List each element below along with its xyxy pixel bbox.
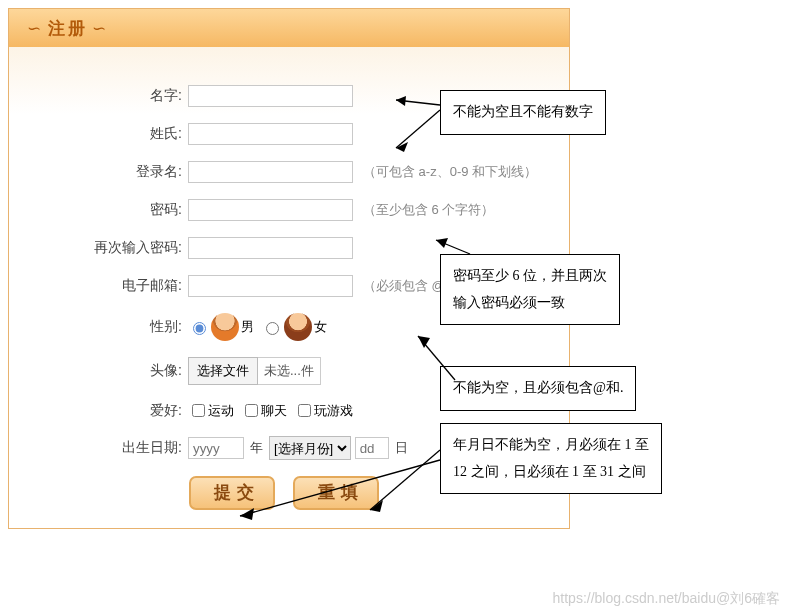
name-label: 名字 xyxy=(150,87,178,103)
surname-input[interactable] xyxy=(188,123,353,145)
note-password-l1: 密码至少 6 位，并且两次 xyxy=(453,263,607,290)
avatar-female-icon xyxy=(284,313,312,341)
hobby-sport-checkbox[interactable] xyxy=(192,404,205,417)
tilde-icon: ∽ xyxy=(23,18,48,39)
watermark: https://blog.csdn.net/baidu@刘6確客 xyxy=(553,590,780,608)
note-dob-l1: 年月日不能为空，月必须在 1 至 xyxy=(453,432,649,459)
hobby-label: 爱好 xyxy=(150,402,178,418)
row-password: 密码: （至少包含 6 个字符） xyxy=(27,199,551,221)
note-dob: 年月日不能为空，月必须在 1 至 12 之间，日必须在 1 至 31 之间 xyxy=(440,423,662,494)
hobby-chat-checkbox[interactable] xyxy=(245,404,258,417)
hobby-sport-label: 运动 xyxy=(208,402,234,420)
gender-male-label: 男 xyxy=(241,318,254,336)
day-input[interactable] xyxy=(355,437,389,459)
avatar-male-icon xyxy=(211,313,239,341)
submit-button[interactable]: 提交 xyxy=(189,476,275,510)
email-label: 电子邮箱 xyxy=(122,277,178,293)
file-choose-button[interactable]: 选择文件 xyxy=(188,357,258,385)
gender-male-radio[interactable] xyxy=(193,322,206,335)
password2-input[interactable] xyxy=(188,237,353,259)
password2-label: 再次输入密码 xyxy=(94,239,178,255)
row-login: 登录名: （可包含 a-z、0-9 和下划线） xyxy=(27,161,551,183)
hobby-game-checkbox[interactable] xyxy=(298,404,311,417)
password-label: 密码 xyxy=(150,201,178,217)
gender-female-label: 女 xyxy=(314,318,327,336)
hobby-game-label: 玩游戏 xyxy=(314,402,353,420)
note-email-text: 不能为空，且必须包含@和. xyxy=(453,380,623,395)
login-hint: （可包含 a-z、0-9 和下划线） xyxy=(363,163,537,181)
gender-label: 性别 xyxy=(150,318,178,334)
tilde-icon: ∽ xyxy=(88,18,113,39)
login-input[interactable] xyxy=(188,161,353,183)
year-suffix: 年 xyxy=(244,439,269,457)
note-dob-l2: 12 之间，日必须在 1 至 31 之间 xyxy=(453,459,649,486)
dob-label: 出生日期 xyxy=(122,439,178,455)
day-suffix: 日 xyxy=(389,439,414,457)
avatar-label: 头像 xyxy=(150,362,178,378)
surname-label: 姓氏 xyxy=(150,125,178,141)
name-input[interactable] xyxy=(188,85,353,107)
hobby-chat-label: 聊天 xyxy=(261,402,287,420)
gender-female-radio[interactable] xyxy=(266,322,279,335)
password-input[interactable] xyxy=(188,199,353,221)
email-input[interactable] xyxy=(188,275,353,297)
panel-header: ∽ 注册 ∽ xyxy=(9,9,569,47)
note-email: 不能为空，且必须包含@和. xyxy=(440,366,636,411)
file-status: 未选...件 xyxy=(258,357,321,385)
header-title: 注册 xyxy=(48,17,88,40)
note-name-text: 不能为空且不能有数字 xyxy=(453,104,593,119)
password-hint: （至少包含 6 个字符） xyxy=(363,201,494,219)
note-name: 不能为空且不能有数字 xyxy=(440,90,606,135)
note-password-l2: 输入密码必须一致 xyxy=(453,290,607,317)
reset-button[interactable]: 重填 xyxy=(293,476,379,510)
login-label: 登录名 xyxy=(136,163,178,179)
year-input[interactable] xyxy=(188,437,244,459)
month-select[interactable]: [选择月份] xyxy=(269,436,351,460)
note-password: 密码至少 6 位，并且两次 输入密码必须一致 xyxy=(440,254,620,325)
